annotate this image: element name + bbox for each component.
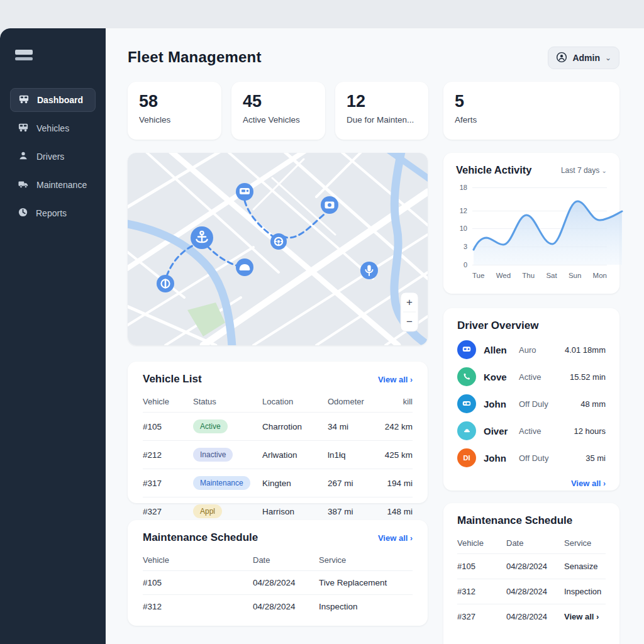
- table-row[interactable]: #105 04/28/2024 Tive Replacement: [143, 571, 413, 595]
- status-badge: Inactive: [193, 448, 233, 462]
- vehicle-marker-camera[interactable]: [321, 196, 338, 214]
- map-zoom-in-button[interactable]: +: [401, 292, 418, 312]
- column-header: kill: [377, 392, 413, 413]
- driver-status: Auro: [519, 345, 560, 355]
- driver-overview-view-all-link[interactable]: View all ›: [571, 479, 606, 488]
- column-header: Service: [319, 550, 413, 571]
- vehicle-marker-van[interactable]: [236, 183, 253, 201]
- status-badge: Appl: [193, 504, 222, 518]
- maintenance-side-view-all-link[interactable]: View all ›: [564, 604, 606, 630]
- driver-value: 15.52 min: [560, 372, 606, 382]
- driver-overview-title: Driver Overview: [457, 319, 606, 332]
- sidebar-item-maintenance[interactable]: Maintenance: [10, 173, 96, 197]
- table-row[interactable]: #317 Maintenance Kingten 267 mi 194 mi: [143, 469, 413, 497]
- column-header: Vehicle: [457, 533, 506, 554]
- y-tick: 10: [455, 225, 467, 232]
- chart-title: Vehicle Activity: [456, 164, 531, 176]
- sidebar-item-reports[interactable]: Reports: [10, 201, 96, 225]
- x-tick: Tue: [472, 272, 484, 279]
- vehicle-marker-car[interactable]: [236, 258, 253, 276]
- stat-value: 58: [139, 92, 210, 111]
- chart-range-dropdown[interactable]: Last 7 days ⌄: [561, 166, 607, 175]
- stat-label: Aferts: [455, 115, 608, 125]
- maintenance-schedule-title: Maintenance Schedule: [457, 514, 606, 527]
- stat-card-active-vehicles: 45 Active Vehicles: [231, 82, 325, 140]
- vehicle-marker-steering-wheel[interactable]: [270, 233, 287, 250]
- phone-icon: [457, 367, 476, 386]
- fleet-map[interactable]: + −: [128, 153, 428, 345]
- stat-value: 5: [455, 92, 608, 111]
- column-header: Odometer: [328, 392, 377, 413]
- list-item[interactable]: Kove Active 15.52 min: [457, 367, 606, 386]
- map-zoom-out-button[interactable]: −: [401, 312, 418, 331]
- x-tick: Mon: [593, 272, 607, 279]
- maintenance-schedule-card: Maintenance Schedule View all › Vehicle …: [128, 520, 428, 626]
- person-icon: [18, 151, 29, 163]
- vehicle-activity-card: Vehicle Activity Last 7 days ⌄ 18 12 10 …: [443, 153, 619, 294]
- driver-name: John: [484, 399, 519, 409]
- driver-value: 4.01 18mm: [560, 345, 606, 355]
- maintenance-view-all-link[interactable]: View all ›: [378, 533, 413, 543]
- bus-icon: [18, 123, 29, 135]
- vehicle-activity-chart: 18 12 10 3 0: [456, 185, 607, 267]
- y-tick: 0: [455, 261, 467, 269]
- chevron-right-icon: ›: [410, 375, 413, 384]
- column-header: Status: [193, 392, 262, 413]
- column-header: Location: [262, 392, 328, 413]
- sidebar-item-drivers[interactable]: Drivers: [10, 145, 96, 169]
- driver-status: Off Duly: [519, 399, 560, 409]
- maintenance-schedule-side-card: Maintenance Schedule Vehicle Date Servic…: [443, 503, 619, 644]
- list-item[interactable]: Oiver Active 12 hours: [457, 421, 606, 440]
- page-title: Fleet Management: [128, 48, 262, 66]
- vehicle-list-view-all-link[interactable]: View all ›: [378, 375, 413, 384]
- maintenance-schedule-title: Maintenance Schedule: [143, 531, 258, 544]
- driver-name: Allen: [484, 345, 519, 355]
- stat-card-vehicles: 58 Vehicles: [128, 82, 221, 140]
- stat-label: Active Vehicles: [243, 115, 314, 125]
- stat-label: Due for Mainten...: [347, 115, 417, 125]
- clock-icon: [18, 207, 28, 219]
- truck-icon: [18, 179, 29, 191]
- table-row[interactable]: #105 04/28/2024 Senasize: [457, 554, 606, 579]
- driver-name: John: [484, 453, 519, 464]
- chevron-down-icon: ⌄: [602, 167, 607, 174]
- table-row[interactable]: #212 Inactive Arlwation ln1ƚq 425 km: [143, 441, 413, 469]
- chevron-right-icon: ›: [603, 479, 606, 488]
- driver-overview-card: Driver Overview Allen Auro 4.01 18mm Kov…: [443, 308, 619, 491]
- table-row[interactable]: #327 04/28/2024 View all ›: [457, 604, 606, 630]
- admin-label: Admin: [572, 53, 600, 63]
- admin-menu-button[interactable]: Admin ⌄: [548, 47, 619, 69]
- table-row[interactable]: #312 04/28/2024 Inspection: [143, 595, 413, 619]
- vehicle-marker-microphone[interactable]: [360, 262, 378, 279]
- main-content: Fleet Management Admin ⌄ 58 Vehicles 45 …: [106, 28, 644, 644]
- driver-name: Kove: [484, 372, 519, 382]
- sidebar-item-label: Dashboard: [37, 95, 83, 105]
- sidebar-item-label: Reports: [36, 208, 67, 218]
- stat-label: Vehicles: [139, 115, 210, 125]
- list-item[interactable]: DI John Off Duty 35 mi: [457, 448, 606, 467]
- driver-value: 12 hours: [560, 426, 606, 436]
- app-logo-icon: [15, 50, 34, 60]
- stat-value: 45: [243, 92, 314, 111]
- y-tick: 18: [455, 184, 467, 191]
- list-item[interactable]: Allen Auro 4.01 18mm: [457, 340, 606, 359]
- column-header: Service: [564, 533, 606, 554]
- table-row[interactable]: #105 Active Charrotion 34 mi 242 km: [143, 413, 413, 441]
- x-tick: Thu: [522, 272, 535, 279]
- maintenance-table: Vehicle Date Service #105 04/28/2024 Tiv…: [143, 550, 413, 618]
- y-tick: 12: [455, 207, 467, 214]
- column-header: Date: [253, 550, 319, 571]
- driver-value: 35 mi: [560, 453, 606, 463]
- driver-initials-avatar: DI: [457, 448, 476, 467]
- sidebar: Dashboard Vehicles Drivers Maintenance: [0, 28, 106, 644]
- table-row[interactable]: #312 04/28/2024 Inspection: [457, 579, 606, 604]
- column-header: Date: [506, 533, 564, 554]
- column-header: Vehicle: [143, 392, 193, 413]
- bus-icon: [18, 94, 30, 106]
- chevron-down-icon: ⌄: [605, 53, 611, 62]
- sidebar-item-vehicles[interactable]: Vehicles: [10, 116, 96, 140]
- vehicle-marker-pause-ring[interactable]: [157, 275, 174, 292]
- list-item[interactable]: John Off Duly 48 mm: [457, 394, 606, 413]
- vehicle-marker-anchor[interactable]: [191, 226, 213, 249]
- sidebar-item-dashboard[interactable]: Dashboard: [10, 88, 96, 112]
